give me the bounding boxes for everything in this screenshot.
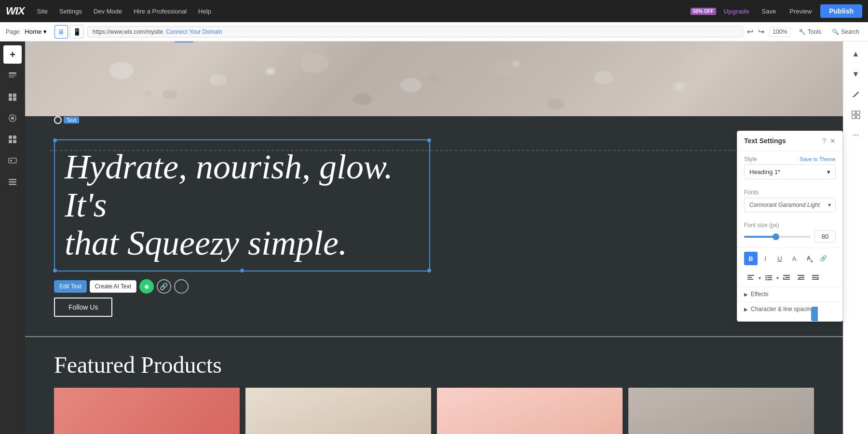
product-card-3[interactable] xyxy=(437,388,623,434)
highlight-button[interactable]: A ✦ xyxy=(802,252,815,265)
svg-rect-44 xyxy=(812,277,817,278)
save-button[interactable]: Save xyxy=(757,6,781,17)
sidebar-media-icon[interactable] xyxy=(3,151,22,170)
svg-point-21 xyxy=(400,78,421,92)
chevron-down-icon: ▾ xyxy=(43,28,47,35)
url-bar: https://www.wix.com/mysite Connect Your … xyxy=(87,26,743,38)
page-selector[interactable]: Home ▾ xyxy=(25,28,47,35)
rtl-button[interactable] xyxy=(809,271,822,285)
tools-button[interactable]: 🔧 Tools xyxy=(796,27,824,37)
preview-button[interactable]: Preview xyxy=(785,6,816,17)
strip-label: Strip xyxy=(175,41,193,42)
align-down-chevron-icon: ▾ xyxy=(759,275,761,281)
font-dropdown[interactable]: Cormorant Garamond Light ▾ xyxy=(744,198,836,212)
nav-help[interactable]: Help xyxy=(194,6,215,17)
effects-row[interactable]: ▶ Effects xyxy=(737,286,842,301)
badge-50off: 50% OFF xyxy=(691,8,716,15)
corner-tl xyxy=(53,138,57,142)
dark-content-section: Text Hydrate, nourish, glow. It's that S… xyxy=(25,116,843,336)
sidebar-layers-icon[interactable] xyxy=(3,173,22,191)
mobile-view-button[interactable]: 📱 xyxy=(70,25,83,39)
sidebar-pages-icon[interactable] xyxy=(3,67,22,85)
header-strip: Strip xyxy=(25,41,843,116)
edit-text-button[interactable]: Edit Text xyxy=(54,280,87,293)
char-spacing-arrow-icon: ▶ xyxy=(744,307,748,312)
corner-bm xyxy=(240,269,244,272)
pencil-icon[interactable] xyxy=(847,86,865,103)
svg-rect-12 xyxy=(13,140,16,143)
save-to-theme-button[interactable]: Save to Theme xyxy=(800,156,836,162)
fonts-label: Fonts xyxy=(744,189,759,196)
svg-point-22 xyxy=(494,59,521,77)
follow-us-button[interactable]: Follow Us xyxy=(54,298,112,317)
svg-rect-4 xyxy=(13,94,16,97)
help-icon[interactable]: ? xyxy=(174,279,189,294)
font-size-slider[interactable] xyxy=(744,236,811,238)
italic-button[interactable]: I xyxy=(759,252,772,265)
products-grid xyxy=(54,388,814,434)
text-settings-panel: Text Settings ? ✕ Style Save to Theme He… xyxy=(737,131,843,322)
svg-point-24 xyxy=(683,50,717,71)
nav-settings[interactable]: Settings xyxy=(55,6,86,17)
add-element-button[interactable]: + xyxy=(3,45,22,64)
style-dropdown[interactable]: Heading 1* ▾ xyxy=(744,164,836,179)
panel-header: Text Settings ? ✕ xyxy=(737,131,842,151)
svg-rect-28 xyxy=(747,275,754,276)
search-icon: 🔍 xyxy=(832,28,839,35)
svg-rect-10 xyxy=(13,136,16,139)
svg-rect-5 xyxy=(9,97,12,101)
svg-rect-30 xyxy=(747,279,753,280)
undo-button[interactable]: ↩ xyxy=(747,27,753,36)
nav-site[interactable]: Site xyxy=(33,6,52,17)
scroll-down-button[interactable]: ▼ xyxy=(847,66,865,83)
link-button[interactable]: 🔗 xyxy=(816,252,830,265)
font-size-input[interactable] xyxy=(814,231,836,243)
redo-button[interactable]: ↪ xyxy=(758,27,764,36)
grid-layout-icon[interactable] xyxy=(847,106,865,123)
sidebar-theme-icon[interactable] xyxy=(3,109,22,127)
character-line-spacing-row[interactable]: ▶ Character & line spacing xyxy=(737,301,842,316)
svg-rect-40 xyxy=(798,275,804,276)
bold-button[interactable]: B xyxy=(744,252,758,265)
fonts-section: Fonts Cormorant Garamond Light ▾ xyxy=(737,184,842,217)
upgrade-button[interactable]: Upgrade xyxy=(720,6,753,17)
underline-button[interactable]: U xyxy=(773,252,787,265)
scroll-up-button[interactable]: ▲ xyxy=(847,45,865,63)
indent-button[interactable] xyxy=(780,271,793,285)
desktop-view-button[interactable]: 🖥 xyxy=(54,25,68,39)
zoom-display[interactable]: 100% xyxy=(769,27,791,37)
svg-rect-2 xyxy=(9,77,14,78)
nav-hire-professional[interactable]: Hire a Professional xyxy=(130,6,190,17)
toggle-green-icon[interactable]: ◉ xyxy=(139,279,154,294)
link-icon[interactable]: 🔗 xyxy=(157,279,171,294)
text-element-box[interactable]: Hydrate, nourish, glow. It's that Squeez… xyxy=(54,139,430,271)
align-left-button[interactable] xyxy=(744,271,758,285)
panel-help-button[interactable]: ? xyxy=(822,137,826,145)
list-button[interactable] xyxy=(762,271,775,285)
product-card-4[interactable] xyxy=(628,388,814,434)
product-card-1[interactable] xyxy=(54,388,240,434)
font-color-button[interactable]: A xyxy=(787,252,801,265)
create-ai-text-button[interactable]: Create AI Text xyxy=(90,280,136,293)
top-bar: WIX Site Settings Dev Mode Hire a Profes… xyxy=(0,0,868,22)
search-button[interactable]: 🔍 Search xyxy=(829,27,862,37)
element-handle-dot xyxy=(54,116,62,124)
connect-domain-link[interactable]: Connect Your Domain xyxy=(166,28,222,35)
sidebar-sections-icon[interactable] xyxy=(3,88,22,106)
more-options-icon[interactable]: ··· xyxy=(847,126,865,144)
main-layout: + Strip xyxy=(0,41,868,434)
svg-point-27 xyxy=(547,99,564,109)
publish-button[interactable]: Publish xyxy=(820,4,862,18)
product-card-2[interactable] xyxy=(245,388,431,434)
main-heading: Hydrate, nourish, glow. It's that Squeez… xyxy=(65,148,420,263)
effects-label: Effects xyxy=(751,291,768,298)
canvas: Strip Text xyxy=(25,41,843,434)
style-label: Style xyxy=(744,156,757,163)
chevron-down-style-icon: ▾ xyxy=(827,168,830,176)
sidebar-apps-icon[interactable] xyxy=(3,130,22,149)
nav-dev-mode[interactable]: Dev Mode xyxy=(90,6,126,17)
outdent-button[interactable] xyxy=(794,271,808,285)
svg-point-26 xyxy=(353,94,372,105)
svg-rect-11 xyxy=(9,140,12,143)
panel-close-button[interactable]: ✕ xyxy=(830,137,836,145)
